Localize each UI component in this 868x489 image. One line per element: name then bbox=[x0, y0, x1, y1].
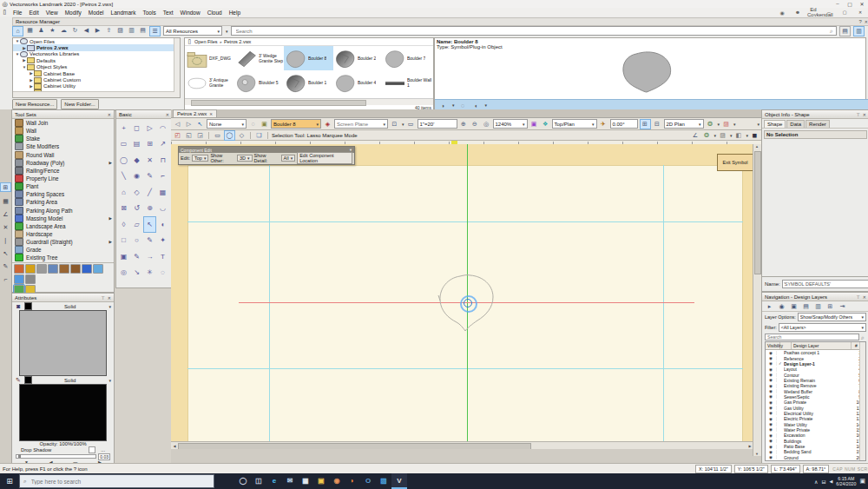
layers-vscrollbar[interactable] bbox=[859, 342, 865, 460]
tool-set-item[interactable]: Wall bbox=[12, 127, 114, 135]
mdi-minimize-button[interactable]: – bbox=[823, 10, 835, 15]
interactive-scaling-off-icon[interactable]: ◰ bbox=[173, 131, 182, 140]
layer-scale-field[interactable]: 1"=20' bbox=[418, 119, 457, 129]
taskbar-app-icon[interactable]: ▦ bbox=[298, 473, 313, 487]
layer-visibility-icon[interactable]: ◉ bbox=[766, 433, 777, 438]
active-plane-dropdown[interactable]: Screen Plane ▾ bbox=[334, 119, 388, 129]
tool-set-item[interactable]: Railing/Fence bbox=[12, 167, 114, 175]
document-tab[interactable]: Petros 2.vwx ✕ bbox=[173, 109, 217, 117]
fit-objects-icon[interactable]: ▣ bbox=[529, 120, 539, 129]
basic-tool-icon[interactable]: ✎ bbox=[143, 169, 156, 185]
toolset-category-icon[interactable] bbox=[25, 264, 36, 274]
layer-visibility-icon[interactable]: ◉ bbox=[766, 361, 777, 366]
navigation-tab-icon[interactable]: ▣ bbox=[789, 302, 799, 311]
tool-set-item[interactable]: Landscape Area bbox=[12, 222, 114, 230]
taskbar-clock[interactable]: 6:15 AM 6/24/2020 bbox=[836, 476, 856, 486]
taskbar-app-icon[interactable]: ▨ bbox=[376, 473, 391, 487]
basic-tool-icon[interactable]: ✎ bbox=[143, 233, 156, 249]
basic-tool-icon[interactable]: ╲ bbox=[117, 169, 130, 185]
navigation-tab-icon[interactable]: ◉ bbox=[777, 302, 786, 311]
design-layer-row[interactable]: ◉ ✓ Design Layer-1 3 bbox=[766, 361, 865, 367]
vscroll-thumb[interactable] bbox=[754, 151, 761, 274]
fill-style-value[interactable]: Solid bbox=[35, 304, 105, 309]
basic-tool-icon[interactable]: ○ bbox=[130, 233, 143, 249]
rm-pane-toggle-list-icon[interactable]: ▤ bbox=[839, 26, 851, 36]
preview-symbol-icon[interactable]: ◗ bbox=[438, 101, 448, 109]
scroll-up-icon[interactable]: ▲ bbox=[753, 144, 760, 149]
close-icon[interactable]: ✕ bbox=[166, 112, 169, 117]
close-icon[interactable]: ✕ bbox=[108, 295, 111, 301]
toolset-category-icon[interactable] bbox=[93, 264, 103, 274]
toolset-category-icon[interactable] bbox=[48, 264, 58, 274]
class-options-icon[interactable]: ◌ bbox=[248, 120, 258, 129]
drawing-canvas[interactable]: Component Edit ▼ Edit: Top ▾ Show Other:… bbox=[171, 144, 753, 449]
layer-visibility-icon[interactable]: ◉ bbox=[766, 417, 777, 421]
object-info-title[interactable]: Object Info - Shape ⊤ ✕ bbox=[762, 110, 868, 119]
fill-preview[interactable] bbox=[19, 310, 107, 376]
tree-item[interactable]: ▼ Open Files bbox=[13, 38, 180, 44]
rm-filter-extra-caret[interactable]: ▾ bbox=[226, 29, 228, 34]
basic-tool-icon[interactable]: ◻ bbox=[130, 120, 143, 136]
menu-item[interactable]: Tools bbox=[139, 10, 159, 16]
layer-visibility-icon[interactable]: ◉ bbox=[766, 351, 777, 355]
tool-sets-title[interactable]: Tool Sets ✕ bbox=[12, 110, 114, 119]
scroll-down-icon[interactable]: ▼ bbox=[753, 452, 760, 456]
menu-item[interactable]: Window bbox=[177, 10, 204, 16]
basic-tool-icon[interactable]: ⊓ bbox=[156, 152, 169, 169]
layer-icon[interactable]: ▣ bbox=[260, 120, 269, 129]
object-info-tab[interactable]: Data bbox=[786, 120, 805, 128]
plane-mode-icon[interactable]: ◈ bbox=[323, 120, 332, 129]
interactive-scaling-reshape-icon[interactable]: ◲ bbox=[195, 131, 205, 140]
tree-item[interactable]: ▼ Object Styles bbox=[13, 64, 180, 70]
pen-color-swatch[interactable] bbox=[24, 376, 32, 384]
basic-tool-icon[interactable]: ◉ bbox=[130, 169, 143, 185]
rm-toolbar-icon[interactable]: ◀ bbox=[82, 26, 91, 35]
basic-tool-icon[interactable]: ✦ bbox=[156, 233, 169, 249]
tool-set-item[interactable]: Parking Area bbox=[12, 198, 114, 206]
edit-mode-dropdown[interactable]: Top ▾ bbox=[192, 155, 208, 162]
chevron-down-icon[interactable]: ▾ bbox=[452, 102, 455, 108]
cube-icon[interactable]: ◼ bbox=[750, 131, 760, 140]
chevron-down-icon[interactable]: ▾ bbox=[485, 102, 488, 108]
chevron-down-icon[interactable]: ▾ bbox=[713, 133, 716, 138]
preview-render-icon[interactable]: ◌ bbox=[458, 101, 468, 109]
breadcrumb-item[interactable]: Open Files bbox=[194, 39, 222, 44]
basic-tool-icon[interactable]: ◌ bbox=[156, 265, 169, 281]
basic-tool-icon[interactable]: ◇ bbox=[130, 184, 143, 201]
maximize-button[interactable]: ▢ bbox=[844, 1, 856, 7]
basic-tool-icon[interactable]: ◖ bbox=[156, 216, 169, 233]
scroll-left-icon[interactable]: ◀ bbox=[171, 444, 178, 448]
pin-icon[interactable]: ⊤ bbox=[101, 295, 104, 301]
grid-hscrollbar[interactable] bbox=[185, 98, 433, 105]
toolset-category-icon[interactable] bbox=[82, 264, 92, 274]
layer-visibility-icon[interactable]: ◉ bbox=[766, 394, 777, 399]
tab-close-icon[interactable]: ✕ bbox=[209, 112, 213, 116]
tool-set-item[interactable]: Existing Tree bbox=[12, 254, 114, 261]
layer-visibility-icon[interactable]: ◉ bbox=[766, 356, 777, 360]
basic-tool-icon[interactable]: ✎ bbox=[130, 248, 143, 265]
navigation-tab-icon[interactable]: ▥ bbox=[813, 302, 823, 311]
docked-bar-icon[interactable]: ❘ bbox=[1, 236, 10, 244]
close-button[interactable]: ✕ bbox=[856, 1, 868, 7]
resource-item[interactable]: Boulder 2 bbox=[333, 46, 383, 70]
drop-shadow-options[interactable]: ... bbox=[101, 447, 105, 453]
layer-visibility-icon[interactable]: ◉ bbox=[766, 455, 777, 459]
tool-set-item[interactable]: Parking Along Path bbox=[12, 207, 114, 215]
canvas-hscrollbar[interactable]: ◀ ▶ bbox=[171, 441, 753, 449]
basic-tool-icon[interactable]: ⌂ bbox=[117, 184, 130, 201]
rm-toolbar-icon[interactable]: ⌂ bbox=[12, 26, 23, 36]
pen-icon[interactable]: ✎ bbox=[15, 376, 22, 385]
shadow-options-icon[interactable]: ◧ bbox=[733, 131, 743, 140]
chevron-down-icon[interactable]: ▾ bbox=[733, 122, 736, 127]
rm-toolbar-icon[interactable]: ↻ bbox=[70, 26, 80, 35]
zoom-in-icon[interactable]: ⊕ bbox=[459, 120, 469, 129]
basic-tool-icon[interactable]: ⊞ bbox=[143, 136, 156, 153]
navigation-tab-icon[interactable]: ▸ bbox=[765, 302, 774, 311]
taskbar-app-icon[interactable]: ◯ bbox=[235, 473, 251, 487]
pin-icon[interactable]: ⊤ bbox=[856, 112, 859, 117]
render-mode-dropdown[interactable]: 2D Plan ▾ bbox=[664, 119, 704, 129]
volume-icon[interactable]: ◀ bbox=[829, 479, 832, 484]
rm-close-icon[interactable]: ✕ bbox=[865, 19, 868, 24]
toolset-category-icon[interactable] bbox=[25, 274, 36, 284]
layer-visibility-icon[interactable]: ◉ bbox=[766, 411, 777, 415]
